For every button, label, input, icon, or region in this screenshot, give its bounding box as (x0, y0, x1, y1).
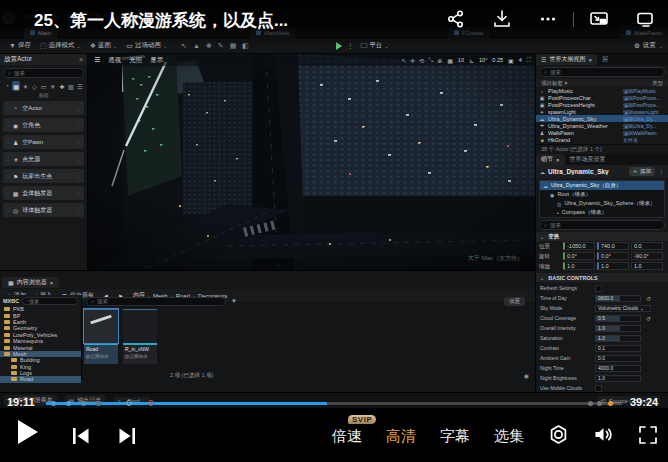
component-row[interactable]: • Compass（继承） (540, 208, 664, 217)
progress-marker[interactable] (597, 401, 602, 406)
gizmo-icon[interactable]: ⟲ (419, 57, 424, 64)
previous-episode-button[interactable] (72, 427, 91, 449)
progress-marker[interactable] (51, 401, 56, 406)
place-actor-item[interactable]: ∷ ▦ 盒体触发器 ⋮ (3, 186, 84, 200)
close-icon[interactable]: × (79, 56, 83, 63)
x-value-field[interactable]: 0.0° (563, 252, 595, 260)
pip-button[interactable] (576, 10, 622, 28)
place-actor-item[interactable]: ∷ ◉ 空角色 ⋮ (3, 118, 84, 132)
collapse-icon[interactable]: ⌄ (540, 234, 544, 240)
category-icon[interactable]: ✳ (49, 81, 57, 91)
outliner-row[interactable]: ♟ WalkPawn 编辑WalkPawn (536, 129, 668, 136)
progress-marker[interactable] (608, 401, 613, 406)
fullscreen-button[interactable] (638, 425, 658, 449)
filter-icon[interactable]: ▼ (231, 298, 237, 304)
property-value-field[interactable]: 1.0 (595, 375, 641, 382)
quality-button[interactable]: 高清 (386, 427, 416, 446)
reset-to-default-icon[interactable]: ↺ (646, 315, 651, 322)
rotation-snap-value[interactable]: 10° (479, 57, 487, 63)
outliner-row[interactable]: ♪ PlayMusic 编辑PlayMusic (536, 87, 668, 94)
grid-snap-icon[interactable]: ▦ (447, 57, 453, 64)
y-value-field[interactable]: 1.0 (597, 262, 629, 270)
outliner-row[interactable]: ☂ Ultra_Dynamic_Weather 编辑Ultra_Dy... (536, 122, 668, 129)
outliner-col-label[interactable]: 项目标签 ▾ (541, 80, 567, 87)
z-value-field[interactable]: 0.0 (631, 242, 663, 250)
add-component-button[interactable]: ＋添加 (629, 167, 656, 176)
progress-bar[interactable] (46, 402, 622, 405)
place-actors-search-input[interactable]: ⌕ 搜索 (3, 68, 84, 78)
download-button[interactable] (479, 10, 525, 28)
outliner-row[interactable]: ☀ spawnLight 编辑spawnLight (536, 108, 668, 115)
close-icon[interactable]: × (50, 280, 54, 286)
tab-content-browser[interactable]: ▦内容浏览器× (2, 277, 59, 288)
place-actor-item[interactable]: ∷ ◎ 球体触发器 ⋮ (3, 203, 84, 217)
tab-details[interactable]: 细节× (536, 154, 565, 165)
category-icon[interactable]: ▭ (40, 81, 48, 91)
asset-tile[interactable]: R_in_xNW 静态网格体 (123, 309, 157, 364)
tab-world-outliner[interactable]: ☰世界大纲视图× (536, 54, 597, 65)
property-value-field[interactable]: 1.0 (595, 335, 641, 342)
progress-marker[interactable] (588, 401, 593, 406)
asset-tile[interactable]: Road 静态网格体 (84, 309, 118, 364)
tab-layers[interactable]: 层 (597, 54, 613, 65)
y-value-field[interactable]: 740.0 (597, 242, 629, 250)
rotation-snap-icon[interactable]: ⊾ (469, 57, 474, 64)
category-icon[interactable]: ▥ (67, 81, 75, 91)
progress-marker[interactable] (66, 401, 71, 406)
more-options-button[interactable] (525, 10, 571, 28)
player-settings-button[interactable] (548, 424, 569, 449)
cb-tree-search-input[interactable]: ⌕搜索 (22, 297, 78, 305)
z-value-field[interactable]: 1.0 (631, 262, 663, 270)
maximize-viewport-icon[interactable]: ⛶ (527, 57, 531, 64)
outliner-row[interactable]: ■ HkGrand 文件夹 (536, 136, 668, 143)
y-value-field[interactable]: 0.0° (597, 252, 629, 260)
camera-speed-icon[interactable]: ▣ (508, 57, 514, 64)
view-options-icon[interactable]: ◉ (524, 372, 529, 379)
playback-speed-button[interactable]: 倍速SVIP (332, 427, 362, 446)
cb-settings-button[interactable]: 设置 (504, 297, 525, 306)
property-value-field[interactable] (595, 385, 602, 392)
outliner-row[interactable]: ☁ Ultra_Dynamic_Sky 编辑Ultra_Dy... (536, 115, 668, 122)
scale-snap-value[interactable]: 0.25 (492, 57, 503, 63)
cb-asset-search-input[interactable]: ⌕搜索 (86, 297, 226, 306)
property-value-field[interactable]: 0.5 (595, 315, 641, 322)
episodes-button[interactable]: 选集 (494, 427, 524, 446)
perspective-dropdown[interactable]: 透视 (108, 56, 121, 65)
property-value-field[interactable] (595, 285, 602, 292)
outliner-row[interactable]: ▣ PostProcessHeight 编辑PostProce... (536, 101, 668, 108)
category-icon[interactable]: ▦ (12, 81, 20, 91)
details-search-input[interactable]: ⌕ 搜索 (539, 220, 665, 230)
progress-marker[interactable] (148, 400, 154, 406)
property-value-field[interactable]: 1.0 (595, 325, 641, 332)
category-icon[interactable]: ✚ (58, 81, 66, 91)
place-actor-item[interactable]: ∷ ⚑ 玩家出生点 ⋮ (3, 169, 84, 183)
category-icon[interactable]: ☀ (21, 81, 29, 91)
category-icon[interactable]: ◔ (3, 81, 11, 91)
progress-marker[interactable] (96, 401, 101, 406)
cb-sources-label[interactable]: MXBC (3, 298, 19, 304)
show-dropdown[interactable]: 显示 (150, 56, 163, 65)
x-value-field[interactable]: -1050.0 (563, 242, 595, 250)
grid-snap-value[interactable]: 10 (458, 57, 464, 63)
collapse-icon[interactable]: ⌄ (540, 275, 544, 281)
property-value-field[interactable]: 0600.0 (595, 295, 641, 302)
lit-dropdown[interactable]: 光照 (129, 56, 142, 65)
gizmo-icon[interactable]: ✛ (410, 57, 415, 64)
place-actor-item[interactable]: ∷ ▫ 空Actor ⋮ (3, 101, 84, 115)
level-viewport[interactable]: ☰ 透视 光照 显示 ↖✛⟲⤡⊕ ▦10 ⊾10° 0.25 ▣4 ⛶ 大 (88, 54, 535, 270)
outliner-search-input[interactable]: ⌕ 搜索 (539, 67, 665, 77)
property-value-field[interactable]: 4000.0 (595, 365, 641, 372)
gizmo-icon[interactable]: ↖ (401, 57, 406, 64)
play-button[interactable] (18, 420, 38, 444)
reset-to-default-icon[interactable]: ↺ (646, 295, 651, 302)
gizmo-icon[interactable]: ⊕ (437, 57, 442, 64)
volume-button[interactable] (593, 424, 614, 449)
close-icon[interactable]: × (556, 157, 560, 163)
video-frame[interactable]: 文件编辑窗口工具构建选择Actor帮助 MainMainWebFCrowdWal… (0, 8, 668, 408)
folder-row[interactable]: Road (0, 376, 81, 382)
z-value-field[interactable]: -90.0° (631, 252, 663, 260)
property-value-field[interactable]: 0.0 (595, 355, 641, 362)
outliner-row[interactable]: ▣ PostProcessChar 编辑PostProce... (536, 94, 668, 101)
cast-button[interactable] (622, 10, 668, 28)
category-icon[interactable]: ◇ (30, 81, 38, 91)
